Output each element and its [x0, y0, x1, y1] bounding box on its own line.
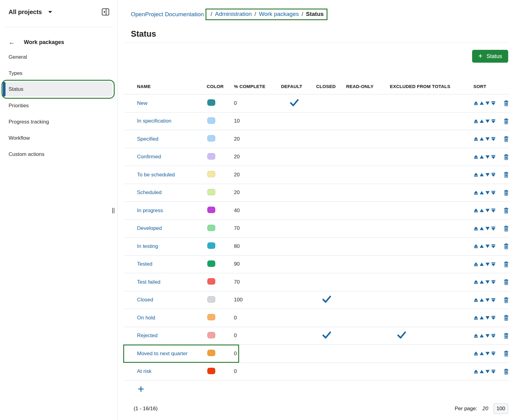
- sort-up-button[interactable]: [479, 136, 484, 142]
- delete-status-button[interactable]: [503, 100, 509, 107]
- sort-to-bottom-button[interactable]: [491, 279, 496, 285]
- sort-down-button[interactable]: [485, 333, 490, 338]
- sort-down-button[interactable]: [485, 190, 490, 195]
- delete-status-button[interactable]: [503, 171, 509, 178]
- sort-to-top-button[interactable]: [473, 154, 479, 160]
- status-name-link[interactable]: Developed: [137, 225, 162, 231]
- status-name-link[interactable]: Scheduled: [137, 190, 161, 195]
- sort-up-button[interactable]: [479, 351, 484, 356]
- delete-status-button[interactable]: [503, 368, 509, 375]
- sort-down-button[interactable]: [485, 351, 490, 356]
- status-name-link[interactable]: In progress: [137, 208, 163, 213]
- sort-down-button[interactable]: [485, 154, 490, 160]
- add-status-button[interactable]: + Status: [472, 50, 508, 63]
- delete-status-button[interactable]: [503, 261, 509, 268]
- delete-status-button[interactable]: [503, 350, 509, 357]
- status-name-link[interactable]: At risk: [137, 368, 151, 374]
- sort-up-button[interactable]: [479, 172, 484, 177]
- sort-to-top-button[interactable]: [473, 190, 479, 195]
- status-name-link[interactable]: Rejected: [137, 333, 157, 338]
- sort-to-bottom-button[interactable]: [491, 351, 496, 356]
- sort-down-button[interactable]: [485, 208, 490, 213]
- sort-to-top-button[interactable]: [473, 262, 479, 267]
- sort-to-bottom-button[interactable]: [491, 369, 496, 374]
- sort-to-bottom-button[interactable]: [491, 262, 496, 267]
- sort-to-top-button[interactable]: [473, 119, 479, 124]
- sort-to-top-button[interactable]: [473, 172, 479, 177]
- delete-status-button[interactable]: [503, 207, 509, 214]
- sort-to-bottom-button[interactable]: [491, 119, 496, 124]
- sort-down-button[interactable]: [485, 244, 490, 249]
- delete-status-button[interactable]: [503, 225, 509, 232]
- sort-up-button[interactable]: [479, 190, 484, 195]
- delete-status-button[interactable]: [503, 314, 509, 321]
- status-name-link[interactable]: To be scheduled: [137, 172, 175, 178]
- delete-status-button[interactable]: [503, 135, 509, 142]
- sort-to-top-button[interactable]: [473, 226, 479, 231]
- sort-to-top-button[interactable]: [473, 208, 479, 213]
- delete-status-button[interactable]: [503, 153, 509, 160]
- sidebar-item-types[interactable]: Types: [0, 65, 117, 81]
- sort-up-button[interactable]: [479, 262, 484, 267]
- sort-down-button[interactable]: [485, 262, 490, 267]
- sort-down-button[interactable]: [485, 101, 490, 106]
- sort-up-button[interactable]: [479, 333, 484, 338]
- sort-down-button[interactable]: [485, 279, 490, 285]
- per-page-option-100[interactable]: 100: [494, 403, 508, 414]
- sort-to-top-button[interactable]: [473, 136, 479, 142]
- sort-up-button[interactable]: [479, 244, 484, 249]
- back-button[interactable]: ←: [9, 39, 15, 46]
- sort-to-top-button[interactable]: [473, 101, 479, 106]
- sort-up-button[interactable]: [479, 226, 484, 231]
- sort-to-top-button[interactable]: [473, 244, 479, 249]
- collapse-sidebar-button[interactable]: [102, 8, 109, 16]
- sort-to-bottom-button[interactable]: [491, 208, 496, 213]
- status-name-link[interactable]: Closed: [137, 297, 153, 303]
- breadcrumb-link-root[interactable]: OpenProject Documentation: [131, 11, 204, 18]
- sort-up-button[interactable]: [479, 279, 484, 285]
- sort-down-button[interactable]: [485, 369, 490, 374]
- status-name-link[interactable]: Specified: [137, 136, 158, 142]
- status-name-link[interactable]: Confirmed: [137, 154, 161, 160]
- status-name-link[interactable]: On hold: [137, 315, 155, 321]
- status-name-link[interactable]: Moved to next quarter: [137, 351, 187, 356]
- sort-to-bottom-button[interactable]: [491, 172, 496, 177]
- sort-to-top-button[interactable]: [473, 315, 479, 320]
- sidebar-item-general[interactable]: General: [0, 49, 117, 65]
- delete-status-button[interactable]: [503, 332, 509, 339]
- sort-to-bottom-button[interactable]: [491, 315, 496, 320]
- sort-to-bottom-button[interactable]: [491, 101, 496, 106]
- sort-to-top-button[interactable]: [473, 333, 479, 338]
- sort-up-button[interactable]: [479, 369, 484, 374]
- sidebar-item-custom-actions[interactable]: Custom actions: [0, 146, 117, 162]
- status-name-link[interactable]: In testing: [137, 243, 158, 249]
- sort-to-bottom-button[interactable]: [491, 226, 496, 231]
- sort-to-top-button[interactable]: [473, 351, 479, 356]
- sort-down-button[interactable]: [485, 136, 490, 142]
- sort-down-button[interactable]: [485, 119, 490, 124]
- sort-to-bottom-button[interactable]: [491, 333, 496, 338]
- sort-to-bottom-button[interactable]: [491, 136, 496, 142]
- delete-status-button[interactable]: [503, 297, 509, 304]
- sort-down-button[interactable]: [485, 315, 490, 320]
- sort-to-bottom-button[interactable]: [491, 244, 496, 249]
- status-name-link[interactable]: Tested: [137, 261, 152, 267]
- sort-up-button[interactable]: [479, 315, 484, 320]
- sort-up-button[interactable]: [479, 208, 484, 213]
- sidebar-item-workflow[interactable]: Workflow: [0, 130, 117, 146]
- breadcrumb-link-administration[interactable]: Administration: [215, 11, 252, 17]
- sort-to-top-button[interactable]: [473, 369, 479, 374]
- sidebar-resize-handle[interactable]: [112, 208, 116, 213]
- delete-status-button[interactable]: [503, 118, 509, 125]
- sidebar-item-progress-tracking[interactable]: Progress tracking: [0, 114, 117, 130]
- add-status-inline-button[interactable]: +: [135, 383, 147, 395]
- breadcrumb-link-work-packages[interactable]: Work packages: [259, 11, 299, 17]
- project-selector-button[interactable]: All projects: [9, 9, 52, 16]
- delete-status-button[interactable]: [503, 189, 509, 196]
- status-name-link[interactable]: In specification: [137, 118, 171, 124]
- sort-down-button[interactable]: [485, 172, 490, 177]
- status-name-link[interactable]: Test failed: [137, 279, 161, 285]
- sort-to-top-button[interactable]: [473, 279, 479, 285]
- delete-status-button[interactable]: [503, 243, 509, 250]
- sidebar-item-priorities[interactable]: Priorities: [0, 98, 117, 114]
